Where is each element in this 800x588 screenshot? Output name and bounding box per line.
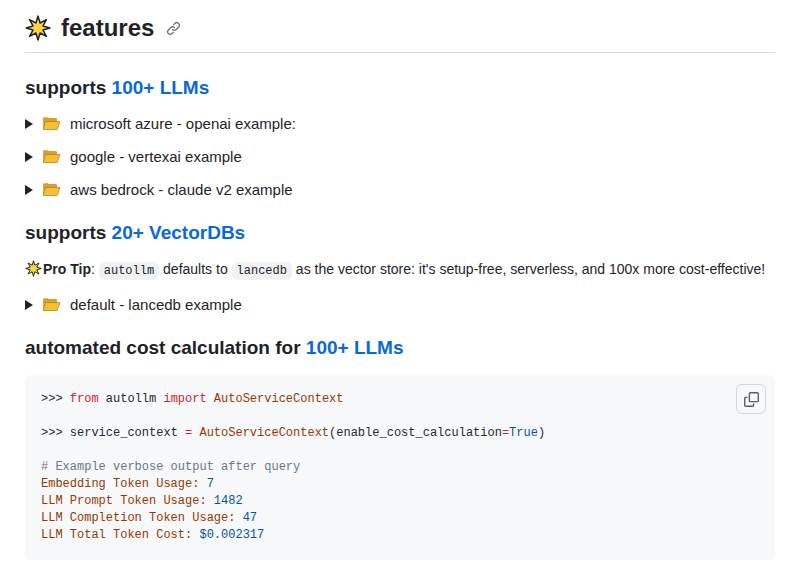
details-bedrock-example: aws bedrock - claude v2 example	[25, 181, 775, 198]
section-heading-cost: automated cost calculation for 100+ LLMs	[25, 337, 775, 359]
triangle-right-icon	[25, 185, 33, 195]
triangle-right-icon	[25, 300, 33, 310]
link-icon[interactable]	[166, 21, 181, 36]
inline-code-lancedb: lancedb	[232, 262, 292, 280]
heading-text: supports	[25, 222, 112, 243]
details-vertexai-example: google - vertexai example	[25, 148, 775, 165]
collision-icon	[25, 15, 51, 41]
copy-icon	[744, 392, 759, 407]
code-content: >>> from autollm import AutoServiceConte…	[41, 391, 759, 544]
pro-tip-tail: as the vector store: it's setup-free, se…	[292, 261, 765, 277]
details-label: aws bedrock - claude v2 example	[70, 181, 293, 198]
heading-text: automated cost calculation for	[25, 337, 306, 358]
copy-button[interactable]	[736, 384, 766, 414]
section-heading-vectordbs: supports 20+ VectorDBs	[25, 222, 775, 244]
open-folder-icon	[42, 116, 61, 131]
pro-tip: Pro Tip: autollm defaults to lancedb as …	[25, 260, 775, 280]
triangle-right-icon	[25, 152, 33, 162]
page-title: features	[25, 14, 775, 53]
open-folder-icon	[42, 182, 61, 197]
readme-page: features supports 100+ LLMs microsoft az…	[0, 0, 800, 560]
details-summary-azure[interactable]: microsoft azure - openai example:	[25, 115, 775, 132]
cost-llms-link[interactable]: 100+ LLMs	[306, 337, 404, 358]
code-block: >>> from autollm import AutoServiceConte…	[25, 375, 775, 560]
vectordbs-link[interactable]: 20+ VectorDBs	[112, 222, 246, 243]
details-summary-vertexai[interactable]: google - vertexai example	[25, 148, 775, 165]
details-label: google - vertexai example	[70, 148, 242, 165]
heading-text: supports	[25, 77, 112, 98]
details-azure-example: microsoft azure - openai example:	[25, 115, 775, 132]
details-summary-bedrock[interactable]: aws bedrock - claude v2 example	[25, 181, 775, 198]
pro-tip-sep: :	[91, 261, 99, 277]
details-lancedb-example: default - lancedb example	[25, 296, 775, 313]
open-folder-icon	[42, 297, 61, 312]
page-title-text: features	[61, 14, 154, 42]
collision-icon	[25, 260, 42, 280]
section-heading-llms: supports 100+ LLMs	[25, 77, 775, 99]
details-summary-lancedb[interactable]: default - lancedb example	[25, 296, 775, 313]
triangle-right-icon	[25, 119, 33, 129]
details-label: microsoft azure - openai example:	[70, 115, 296, 132]
open-folder-icon	[42, 149, 61, 164]
inline-code-autollm: autollm	[99, 262, 159, 280]
llms-link[interactable]: 100+ LLMs	[112, 77, 210, 98]
pro-tip-mid: defaults to	[159, 261, 231, 277]
pro-tip-label: Pro Tip	[43, 261, 91, 277]
details-label: default - lancedb example	[70, 296, 242, 313]
